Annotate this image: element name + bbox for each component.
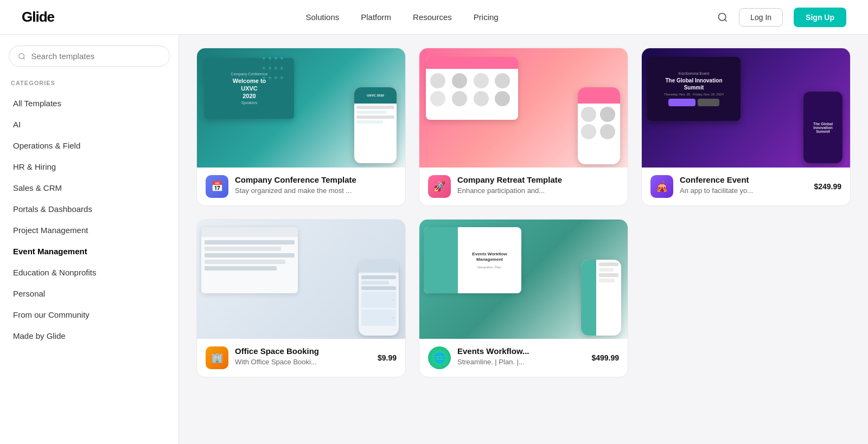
- template-name-conference: Company Conference Template: [235, 175, 397, 184]
- office-desktop-mockup: [201, 227, 298, 293]
- template-info-retreat: 🚀 Company Retreat Template Enhance parti…: [419, 168, 628, 205]
- conf-event-desktop-mockup: KonSomma Event The Global InnovationSumm…: [647, 57, 741, 121]
- templates-grid: Company Conference Welcome toUXVC2020 Sp…: [196, 48, 851, 377]
- sidebar-item-glide[interactable]: Made by Glide: [9, 325, 170, 346]
- retreat-phone-mockup: [578, 87, 620, 164]
- template-info-conf-event: 🎪 Conference Event An app to facilitate …: [642, 168, 850, 205]
- template-icon-retreat: 🚀: [428, 175, 451, 198]
- office-phone-mockup: › ›: [359, 261, 399, 336]
- sidebar: CATEGORIES All Templates AI Operations &…: [0, 35, 179, 444]
- main-content: Company Conference Welcome toUXVC2020 Sp…: [179, 35, 868, 444]
- template-card-office-space[interactable]: › › 🏢 Office Spa: [196, 219, 406, 377]
- svg-point-2: [19, 53, 24, 59]
- office-icon: 🏢: [211, 352, 223, 364]
- nav-links: Solutions Platform Resources Pricing: [87, 12, 717, 22]
- sidebar-item-ai[interactable]: AI: [9, 114, 170, 135]
- template-name-events: Events Workflow...: [457, 346, 585, 356]
- template-desc-conf-event: An app to facilitate yo...: [680, 186, 807, 195]
- svg-point-0: [719, 13, 726, 20]
- nav-resources[interactable]: Resources: [413, 12, 452, 22]
- template-preview-retreat: [419, 48, 628, 168]
- template-preview-events: Events Workflow Management Streamline. P…: [419, 220, 628, 339]
- retreat-desktop-mockup: [426, 57, 518, 120]
- sidebar-item-sales[interactable]: Sales & CRM: [9, 177, 170, 198]
- logo[interactable]: Glide: [22, 9, 54, 25]
- events-desktop-mockup: Events Workflow Management Streamline. P…: [424, 227, 521, 293]
- sidebar-item-all[interactable]: All Templates: [9, 93, 170, 114]
- template-info-conference: 📅 Company Conference Template Stay organ…: [197, 168, 405, 205]
- svg-line-3: [23, 57, 25, 59]
- template-icon-conference: 📅: [206, 175, 228, 198]
- template-desc-events: Streamline. | Plan. |...: [457, 358, 585, 366]
- globe-icon: 🌐: [433, 352, 445, 364]
- page-layout: CATEGORIES All Templates AI Operations &…: [0, 35, 868, 444]
- template-info-office: 🏢 Office Space Booking With Office Space…: [197, 339, 405, 377]
- template-text-retreat: Company Retreat Template Enhance partici…: [457, 175, 619, 195]
- plus-grid: + + + + + + + + + + + +: [262, 55, 284, 82]
- template-price-events: $499.99: [591, 353, 619, 362]
- template-preview-office: › ›: [197, 220, 405, 339]
- search-icon-sidebar: [18, 52, 26, 61]
- search-box[interactable]: [9, 46, 170, 67]
- sidebar-item-community[interactable]: From our Community: [9, 304, 170, 325]
- event-icon: 🎪: [656, 181, 668, 192]
- sidebar-item-hr[interactable]: HR & Hiring: [9, 156, 170, 177]
- rocket-icon: 🚀: [433, 181, 445, 192]
- template-preview-conf-event: KonSomma Event The Global InnovationSumm…: [642, 48, 850, 168]
- nav-right: Log In Sign Up: [717, 8, 846, 27]
- template-icon-conf-event: 🎪: [650, 175, 673, 198]
- nav-solutions[interactable]: Solutions: [306, 12, 340, 22]
- template-card-company-conference[interactable]: Company Conference Welcome toUXVC2020 Sp…: [196, 48, 406, 206]
- template-text-events: Events Workflow... Streamline. | Plan. |…: [457, 346, 585, 366]
- signup-button[interactable]: Sign Up: [794, 8, 846, 27]
- template-desc-retreat: Enhance participation and...: [457, 186, 619, 195]
- template-price-conf-event: $249.99: [814, 182, 841, 191]
- conference-phone-mockup: UXVC 2020: [354, 87, 397, 163]
- events-phone-mockup: [581, 260, 621, 336]
- template-desc-conference: Stay organized and make the most ...: [235, 186, 397, 195]
- sidebar-item-project[interactable]: Project Management: [9, 220, 170, 241]
- template-card-company-retreat[interactable]: 🚀 Company Retreat Template Enhance parti…: [419, 48, 628, 206]
- nav-platform[interactable]: Platform: [361, 12, 391, 22]
- template-icon-events: 🌐: [428, 346, 451, 369]
- navbar: Glide Solutions Platform Resources Prici…: [0, 0, 868, 35]
- sidebar-item-portals[interactable]: Portals & Dashboards: [9, 198, 170, 220]
- sidebar-item-personal[interactable]: Personal: [9, 283, 170, 304]
- categories-label: CATEGORIES: [9, 80, 170, 86]
- nav-pricing[interactable]: Pricing: [474, 12, 499, 22]
- sidebar-item-education[interactable]: Education & Nonprofits: [9, 262, 170, 283]
- svg-line-1: [725, 19, 727, 21]
- template-preview-conference: Company Conference Welcome toUXVC2020 Sp…: [197, 48, 405, 168]
- template-icon-office: 🏢: [206, 346, 228, 369]
- template-name-retreat: Company Retreat Template: [457, 175, 619, 184]
- template-price-office: $9.99: [378, 353, 397, 362]
- template-desc-office: With Office Space Booki...: [235, 358, 371, 366]
- calendar-icon: 📅: [211, 181, 223, 192]
- login-button[interactable]: Log In: [739, 8, 783, 27]
- conf-event-phone-mockup: The GlobalInnovationSummit: [803, 92, 843, 163]
- template-name-office: Office Space Booking: [235, 346, 371, 356]
- template-text-office: Office Space Booking With Office Space B…: [235, 346, 371, 366]
- template-text-conference: Company Conference Template Stay organiz…: [235, 175, 397, 195]
- search-icon[interactable]: [717, 12, 728, 23]
- sidebar-item-events[interactable]: Event Management: [9, 241, 170, 262]
- template-name-conf-event: Conference Event: [680, 175, 807, 184]
- template-text-conf-event: Conference Event An app to facilitate yo…: [680, 175, 807, 195]
- template-info-events: 🌐 Events Workflow... Streamline. | Plan.…: [419, 339, 628, 377]
- sidebar-item-operations[interactable]: Operations & Field: [9, 135, 170, 156]
- search-input[interactable]: [31, 52, 161, 61]
- template-card-events-workflow[interactable]: Events Workflow Management Streamline. P…: [419, 219, 628, 377]
- template-card-conf-event[interactable]: KonSomma Event The Global InnovationSumm…: [641, 48, 851, 206]
